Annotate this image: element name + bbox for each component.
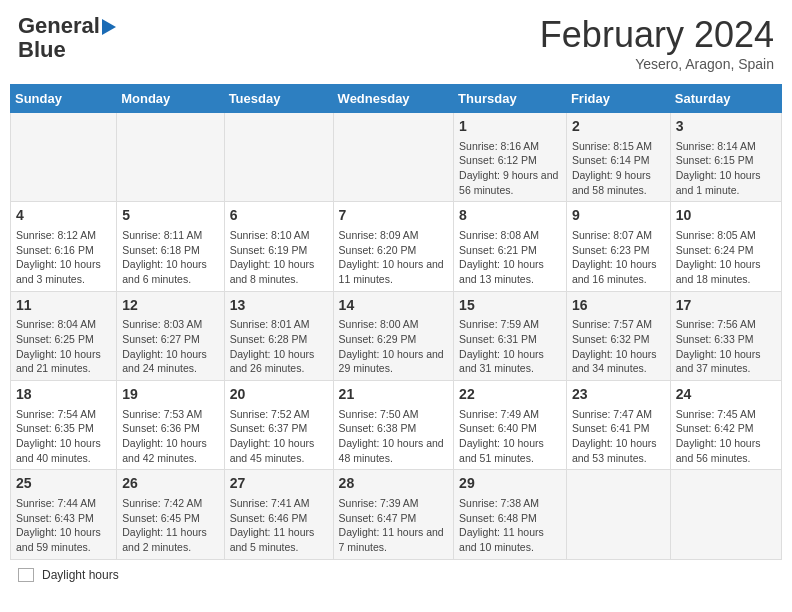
- calendar-week-row: 11Sunrise: 8:04 AM Sunset: 6:25 PM Dayli…: [11, 291, 782, 380]
- day-number: 9: [572, 206, 665, 226]
- day-info: Sunrise: 7:45 AM Sunset: 6:42 PM Dayligh…: [676, 407, 776, 466]
- calendar-cell: 3Sunrise: 8:14 AM Sunset: 6:15 PM Daylig…: [670, 113, 781, 202]
- calendar-cell: 28Sunrise: 7:39 AM Sunset: 6:47 PM Dayli…: [333, 470, 454, 559]
- day-number: 27: [230, 474, 328, 494]
- calendar-cell: [11, 113, 117, 202]
- day-number: 26: [122, 474, 218, 494]
- logo-blue-text: Blue: [18, 37, 66, 62]
- calendar-cell: 29Sunrise: 7:38 AM Sunset: 6:48 PM Dayli…: [454, 470, 567, 559]
- calendar-cell: 19Sunrise: 7:53 AM Sunset: 6:36 PM Dayli…: [117, 381, 224, 470]
- calendar-cell: 15Sunrise: 7:59 AM Sunset: 6:31 PM Dayli…: [454, 291, 567, 380]
- calendar-cell: 5Sunrise: 8:11 AM Sunset: 6:18 PM Daylig…: [117, 202, 224, 291]
- calendar-cell: 13Sunrise: 8:01 AM Sunset: 6:28 PM Dayli…: [224, 291, 333, 380]
- day-header: Thursday: [454, 85, 567, 113]
- calendar-cell: 2Sunrise: 8:15 AM Sunset: 6:14 PM Daylig…: [566, 113, 670, 202]
- calendar-cell: [333, 113, 454, 202]
- calendar-cell: 8Sunrise: 8:08 AM Sunset: 6:21 PM Daylig…: [454, 202, 567, 291]
- calendar-cell: 26Sunrise: 7:42 AM Sunset: 6:45 PM Dayli…: [117, 470, 224, 559]
- day-header: Friday: [566, 85, 670, 113]
- day-number: 21: [339, 385, 449, 405]
- day-number: 8: [459, 206, 561, 226]
- day-info: Sunrise: 8:16 AM Sunset: 6:12 PM Dayligh…: [459, 139, 561, 198]
- day-info: Sunrise: 7:49 AM Sunset: 6:40 PM Dayligh…: [459, 407, 561, 466]
- logo-text: General: [18, 14, 116, 38]
- calendar-cell: [224, 113, 333, 202]
- day-info: Sunrise: 7:41 AM Sunset: 6:46 PM Dayligh…: [230, 496, 328, 555]
- day-header: Monday: [117, 85, 224, 113]
- calendar-cell: 10Sunrise: 8:05 AM Sunset: 6:24 PM Dayli…: [670, 202, 781, 291]
- day-number: 23: [572, 385, 665, 405]
- day-number: 18: [16, 385, 111, 405]
- day-info: Sunrise: 8:11 AM Sunset: 6:18 PM Dayligh…: [122, 228, 218, 287]
- day-number: 11: [16, 296, 111, 316]
- day-number: 17: [676, 296, 776, 316]
- calendar-week-row: 25Sunrise: 7:44 AM Sunset: 6:43 PM Dayli…: [11, 470, 782, 559]
- day-number: 15: [459, 296, 561, 316]
- title-block: February 2024 Yesero, Aragon, Spain: [540, 14, 774, 72]
- daylight-label: Daylight hours: [42, 568, 119, 582]
- day-info: Sunrise: 7:52 AM Sunset: 6:37 PM Dayligh…: [230, 407, 328, 466]
- day-info: Sunrise: 7:54 AM Sunset: 6:35 PM Dayligh…: [16, 407, 111, 466]
- day-number: 12: [122, 296, 218, 316]
- calendar-cell: 22Sunrise: 7:49 AM Sunset: 6:40 PM Dayli…: [454, 381, 567, 470]
- day-info: Sunrise: 8:08 AM Sunset: 6:21 PM Dayligh…: [459, 228, 561, 287]
- calendar-week-row: 4Sunrise: 8:12 AM Sunset: 6:16 PM Daylig…: [11, 202, 782, 291]
- logo: General Blue: [18, 14, 116, 62]
- day-number: 6: [230, 206, 328, 226]
- calendar-header-row: SundayMondayTuesdayWednesdayThursdayFrid…: [11, 85, 782, 113]
- day-info: Sunrise: 8:04 AM Sunset: 6:25 PM Dayligh…: [16, 317, 111, 376]
- calendar-cell: [566, 470, 670, 559]
- day-number: 16: [572, 296, 665, 316]
- day-info: Sunrise: 7:53 AM Sunset: 6:36 PM Dayligh…: [122, 407, 218, 466]
- day-number: 28: [339, 474, 449, 494]
- day-number: 4: [16, 206, 111, 226]
- day-number: 10: [676, 206, 776, 226]
- day-info: Sunrise: 8:01 AM Sunset: 6:28 PM Dayligh…: [230, 317, 328, 376]
- day-number: 5: [122, 206, 218, 226]
- day-info: Sunrise: 8:09 AM Sunset: 6:20 PM Dayligh…: [339, 228, 449, 287]
- calendar-cell: 9Sunrise: 8:07 AM Sunset: 6:23 PM Daylig…: [566, 202, 670, 291]
- calendar-cell: 12Sunrise: 8:03 AM Sunset: 6:27 PM Dayli…: [117, 291, 224, 380]
- calendar-cell: 17Sunrise: 7:56 AM Sunset: 6:33 PM Dayli…: [670, 291, 781, 380]
- day-info: Sunrise: 8:10 AM Sunset: 6:19 PM Dayligh…: [230, 228, 328, 287]
- day-info: Sunrise: 7:59 AM Sunset: 6:31 PM Dayligh…: [459, 317, 561, 376]
- calendar-cell: 25Sunrise: 7:44 AM Sunset: 6:43 PM Dayli…: [11, 470, 117, 559]
- day-header: Sunday: [11, 85, 117, 113]
- page-header: General Blue February 2024 Yesero, Arago…: [10, 10, 782, 76]
- day-info: Sunrise: 8:07 AM Sunset: 6:23 PM Dayligh…: [572, 228, 665, 287]
- logo-arrow-icon: [102, 19, 116, 35]
- calendar-cell: [117, 113, 224, 202]
- calendar-cell: 24Sunrise: 7:45 AM Sunset: 6:42 PM Dayli…: [670, 381, 781, 470]
- day-info: Sunrise: 7:38 AM Sunset: 6:48 PM Dayligh…: [459, 496, 561, 555]
- calendar-cell: 7Sunrise: 8:09 AM Sunset: 6:20 PM Daylig…: [333, 202, 454, 291]
- calendar-cell: 23Sunrise: 7:47 AM Sunset: 6:41 PM Dayli…: [566, 381, 670, 470]
- daylight-box: [18, 568, 34, 582]
- day-number: 1: [459, 117, 561, 137]
- day-number: 14: [339, 296, 449, 316]
- day-info: Sunrise: 7:57 AM Sunset: 6:32 PM Dayligh…: [572, 317, 665, 376]
- day-number: 29: [459, 474, 561, 494]
- day-info: Sunrise: 7:44 AM Sunset: 6:43 PM Dayligh…: [16, 496, 111, 555]
- day-info: Sunrise: 8:05 AM Sunset: 6:24 PM Dayligh…: [676, 228, 776, 287]
- calendar-cell: 11Sunrise: 8:04 AM Sunset: 6:25 PM Dayli…: [11, 291, 117, 380]
- calendar-table: SundayMondayTuesdayWednesdayThursdayFrid…: [10, 84, 782, 560]
- subtitle: Yesero, Aragon, Spain: [540, 56, 774, 72]
- day-info: Sunrise: 7:50 AM Sunset: 6:38 PM Dayligh…: [339, 407, 449, 466]
- day-number: 20: [230, 385, 328, 405]
- day-number: 3: [676, 117, 776, 137]
- day-header: Wednesday: [333, 85, 454, 113]
- day-info: Sunrise: 8:03 AM Sunset: 6:27 PM Dayligh…: [122, 317, 218, 376]
- day-number: 7: [339, 206, 449, 226]
- day-info: Sunrise: 8:00 AM Sunset: 6:29 PM Dayligh…: [339, 317, 449, 376]
- day-info: Sunrise: 8:15 AM Sunset: 6:14 PM Dayligh…: [572, 139, 665, 198]
- day-header: Tuesday: [224, 85, 333, 113]
- calendar-cell: 18Sunrise: 7:54 AM Sunset: 6:35 PM Dayli…: [11, 381, 117, 470]
- calendar-cell: 1Sunrise: 8:16 AM Sunset: 6:12 PM Daylig…: [454, 113, 567, 202]
- day-number: 24: [676, 385, 776, 405]
- day-info: Sunrise: 8:14 AM Sunset: 6:15 PM Dayligh…: [676, 139, 776, 198]
- day-info: Sunrise: 7:47 AM Sunset: 6:41 PM Dayligh…: [572, 407, 665, 466]
- day-number: 13: [230, 296, 328, 316]
- calendar-cell: 14Sunrise: 8:00 AM Sunset: 6:29 PM Dayli…: [333, 291, 454, 380]
- day-number: 25: [16, 474, 111, 494]
- main-title: February 2024: [540, 14, 774, 56]
